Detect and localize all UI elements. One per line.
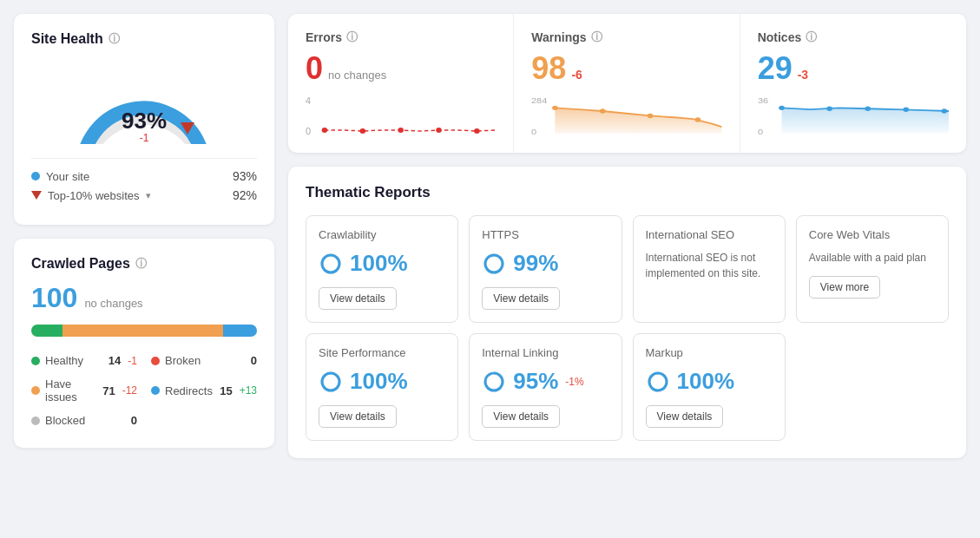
svg-text:0: 0 (758, 128, 764, 136)
stat-blocked: Blocked 0 (31, 410, 137, 430)
svg-point-8 (474, 128, 480, 134)
svg-point-23 (941, 108, 947, 113)
crawled-pages-title: Crawled Pages ⓘ (31, 256, 257, 272)
bar-redirects (223, 325, 257, 337)
top-sites-dropdown-icon[interactable]: ▾ (146, 190, 151, 201)
internal-linking-score: 95% -1% (482, 368, 608, 395)
stat-issues: Have issues 71 -12 (31, 374, 137, 407)
report-international-seo: International SEO International SEO is n… (633, 215, 786, 323)
core-web-vitals-view-btn[interactable]: View more (809, 276, 880, 299)
svg-point-15 (695, 117, 701, 121)
warnings-chart: 284 0 (531, 94, 721, 137)
svg-point-31 (485, 373, 503, 390)
crawlability-circle (319, 252, 343, 276)
svg-point-25 (322, 255, 339, 272)
svg-point-14 (648, 114, 654, 118)
internal-linking-view-btn[interactable]: View details (482, 405, 560, 428)
notices-card: Notices ⓘ 29 -3 36 0 (740, 14, 966, 153)
svg-text:4: 4 (306, 96, 311, 105)
site-performance-circle (319, 370, 343, 394)
site-performance-score: 100% (319, 368, 445, 395)
markup-score: 100% (646, 368, 773, 395)
svg-marker-0 (181, 122, 194, 134)
gauge-container: 93% -1 (31, 57, 257, 144)
site-performance-view-btn[interactable]: View details (319, 405, 397, 428)
gauge-text: 93% -1 (122, 109, 167, 144)
top-sites-legend: Top-10% websites ▾ 92% (31, 188, 257, 202)
errors-main: 0 no changes (306, 50, 496, 87)
blocked-dot (31, 417, 40, 425)
stat-redirects: Redirects 15 +13 (151, 374, 257, 407)
svg-point-22 (903, 107, 909, 111)
your-site-legend: Your site 93% (31, 169, 257, 183)
svg-point-13 (600, 108, 606, 113)
warnings-card: Warnings ⓘ 98 -6 284 0 (514, 14, 740, 153)
reports-row2-empty (796, 333, 949, 441)
svg-marker-18 (781, 108, 949, 133)
thematic-title: Thematic Reports (306, 184, 949, 201)
bar-issues (62, 325, 223, 337)
broken-dot (151, 357, 160, 365)
errors-info-icon[interactable]: ⓘ (346, 30, 358, 45)
report-crawlability: Crawlability 100% View details (306, 215, 458, 323)
svg-point-19 (779, 106, 785, 110)
https-view-btn[interactable]: View details (482, 287, 560, 310)
crawled-info-icon[interactable]: ⓘ (135, 256, 147, 272)
svg-point-20 (826, 107, 832, 111)
crawled-pages-card: Crawled Pages ⓘ 100 no changes Healthy 1… (14, 239, 274, 448)
bar-healthy (31, 325, 62, 337)
notices-chart: 36 0 (758, 94, 949, 137)
errors-card: Errors ⓘ 0 no changes 4 0 (288, 14, 514, 153)
report-https: HTTPS 99% View details (469, 215, 622, 323)
reports-row2: Site Performance 100% View details Inter… (306, 333, 949, 441)
reports-row1: Crawlability 100% View details HTTPS (306, 215, 949, 323)
healthy-dot (31, 357, 40, 365)
top-sites-triangle-icon (31, 188, 42, 202)
svg-point-5 (360, 128, 366, 134)
svg-marker-1 (31, 191, 42, 200)
https-score: 99% (482, 250, 608, 277)
report-markup: Markup 100% View details (633, 333, 786, 441)
metrics-row: Errors ⓘ 0 no changes 4 0 (288, 14, 966, 153)
svg-point-4 (322, 128, 328, 133)
svg-point-12 (552, 106, 558, 110)
your-site-dot (31, 172, 40, 180)
svg-point-7 (436, 128, 442, 133)
site-health-info-icon[interactable]: ⓘ (109, 31, 120, 47)
crawled-count: 100 no changes (31, 282, 257, 314)
site-health-card: Site Health ⓘ 93% -1 (14, 14, 274, 225)
svg-text:0: 0 (306, 127, 311, 135)
crawled-bar (31, 325, 257, 337)
svg-text:36: 36 (758, 96, 769, 105)
svg-text:284: 284 (531, 96, 548, 105)
svg-point-33 (649, 373, 667, 390)
report-site-performance: Site Performance 100% View details (306, 333, 458, 441)
markup-circle (646, 370, 670, 394)
gauge-triangle (181, 122, 194, 137)
report-internal-linking: Internal Linking 95% -1% View details (469, 333, 622, 441)
gauge-wrap: 93% -1 (66, 57, 222, 144)
report-core-web-vitals: Core Web Vitals Available with a paid pl… (796, 215, 949, 323)
notices-main: 29 -3 (758, 50, 949, 87)
stat-healthy: Healthy 14 -1 (31, 351, 137, 371)
notices-info-icon[interactable]: ⓘ (806, 30, 817, 45)
crawlability-view-btn[interactable]: View details (319, 287, 397, 310)
notices-title: Notices ⓘ (758, 30, 949, 45)
errors-title: Errors ⓘ (306, 30, 496, 45)
markup-view-btn[interactable]: View details (646, 405, 724, 428)
warnings-info-icon[interactable]: ⓘ (591, 30, 602, 45)
https-circle (482, 252, 506, 276)
issues-dot (31, 386, 40, 395)
errors-chart: 4 0 (306, 94, 496, 137)
stat-broken: Broken 0 (151, 351, 257, 371)
thematic-reports-card: Thematic Reports Crawlability 100% View … (288, 167, 966, 458)
warnings-title: Warnings ⓘ (531, 30, 721, 45)
svg-point-6 (398, 128, 404, 133)
svg-point-27 (485, 255, 503, 272)
site-health-title: Site Health ⓘ (31, 31, 257, 47)
crawl-stats: Healthy 14 -1 Broken 0 Have issues 71 -1… (31, 351, 257, 430)
svg-point-29 (322, 373, 339, 390)
svg-point-21 (865, 107, 871, 111)
warnings-main: 98 -6 (531, 50, 721, 87)
redirects-dot (151, 386, 160, 395)
